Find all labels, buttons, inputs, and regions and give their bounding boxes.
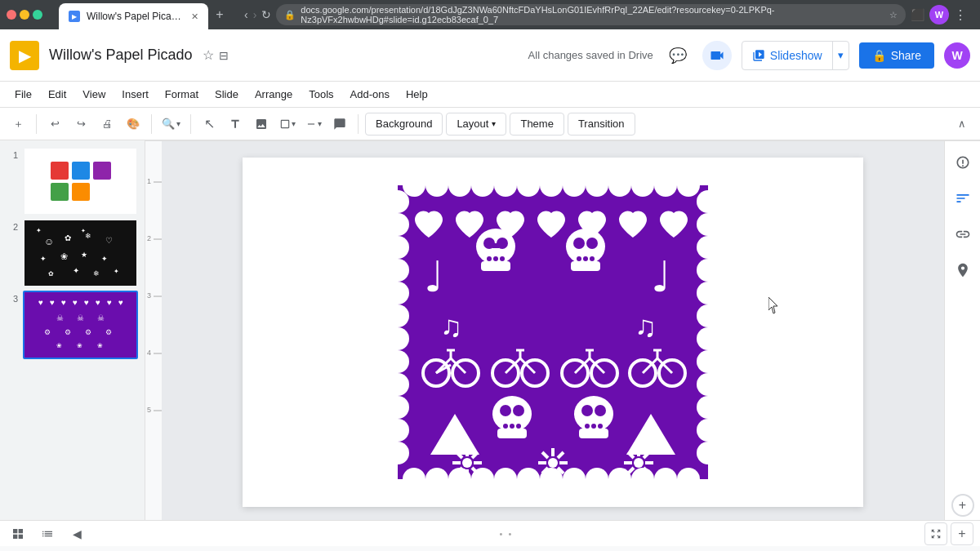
svg-point-130 — [583, 256, 588, 261]
forward-button[interactable]: › — [253, 8, 257, 21]
slideshow-button[interactable]: Slideshow ▾ — [742, 41, 849, 70]
slide-thumbnail-2[interactable]: ☺ ✿ ❄ ♡ ✦ ❀ ★ ✦ ✿ ✦ ❄ ✦ ✦ ✦ — [23, 219, 138, 287]
paint-format-button[interactable]: 🎨 — [122, 111, 145, 137]
refresh-button[interactable]: ↻ — [261, 8, 271, 21]
menu-help[interactable]: Help — [398, 82, 436, 107]
bottom-center-dots: • • — [500, 529, 514, 539]
menu-addons[interactable]: Add-ons — [342, 82, 398, 107]
window-max-btn[interactable] — [33, 10, 42, 20]
menu-tools[interactable]: Tools — [301, 82, 341, 107]
user-avatar[interactable]: W — [944, 42, 970, 69]
zoom-fit-btn[interactable] — [924, 522, 947, 545]
add-btn[interactable]: ＋ — [7, 111, 29, 137]
share-button[interactable]: 🔒 Share — [859, 42, 934, 69]
toolbar-collapse-btn[interactable]: ∧ — [951, 113, 973, 136]
expand-btn[interactable]: + — [951, 522, 973, 545]
drive-icon[interactable]: ⊟ — [219, 49, 229, 62]
slide-item-3[interactable]: 3 ♥ ♥ ♥ ♥ ♥ ♥ ♥ ♥ ☠ — [7, 291, 138, 359]
svg-text:1: 1 — [147, 177, 151, 185]
transition-button[interactable]: Transition — [568, 113, 635, 136]
menu-insert[interactable]: Insert — [114, 82, 157, 107]
canvas-area[interactable]: ♩ ♩ — [162, 141, 944, 520]
sidebar-location-btn[interactable] — [948, 256, 978, 285]
svg-point-127 — [573, 238, 585, 249]
svg-text:✦: ✦ — [40, 255, 47, 263]
svg-text:♫: ♫ — [440, 310, 462, 343]
list-view-btn[interactable] — [36, 522, 59, 545]
svg-text:☺: ☺ — [44, 236, 54, 247]
undo-button[interactable]: ↩ — [43, 111, 66, 137]
svg-point-122 — [487, 256, 492, 261]
slide-thumbnail-3[interactable]: ♥ ♥ ♥ ♥ ♥ ♥ ♥ ♥ ☠ ☠ ☠ ⚙ ⚙ — [23, 291, 138, 359]
editor-body: 1 2 3 4 5 — [145, 141, 980, 520]
svg-point-161 — [500, 405, 511, 416]
menu-edit[interactable]: Edit — [40, 82, 74, 107]
color-block-green — [51, 183, 69, 201]
share-label: Share — [891, 49, 921, 62]
sidebar-explore-btn[interactable] — [948, 148, 978, 177]
slideshow-dropdown-btn[interactable]: ▾ — [832, 42, 849, 69]
svg-text:♥: ♥ — [84, 298, 89, 307]
slide-thumbnail-1[interactable] — [23, 147, 138, 216]
back-button[interactable]: ‹ — [244, 8, 248, 21]
svg-text:♥: ♥ — [38, 298, 43, 307]
menu-bar: File Edit View Insert Format Slide Arran… — [0, 82, 980, 108]
slide-canvas[interactable]: ♩ ♩ — [243, 158, 863, 507]
background-button[interactable]: Background — [365, 113, 443, 136]
zoom-button[interactable]: 🔍 ▾ — [158, 111, 184, 137]
slide-item-2[interactable]: 2 ☺ ✿ ❄ ♡ ✦ ❀ ★ ✦ ✿ — [7, 219, 138, 287]
svg-text:✦: ✦ — [73, 266, 79, 275]
comment-button[interactable]: 💬 — [663, 41, 693, 70]
tab-close-icon[interactable]: ✕ — [191, 11, 198, 22]
slide-item-1[interactable]: 1 — [7, 147, 138, 216]
text-tool[interactable] — [224, 111, 247, 137]
menu-arrange[interactable]: Arrange — [247, 82, 301, 107]
app-bar: ▶ Willow's Papel Picado ☆ ⊟ All changes … — [0, 29, 980, 82]
sidebar-link-btn[interactable] — [948, 220, 978, 249]
bookmark-icon[interactable]: ☆ — [889, 10, 898, 20]
browser-profile-avatar[interactable]: W — [929, 5, 949, 24]
svg-text:❄: ❄ — [85, 232, 91, 240]
redo-button[interactable]: ↪ — [69, 111, 92, 137]
sidebar-add-btn[interactable]: + — [951, 494, 974, 517]
select-tool[interactable]: ↖ — [198, 111, 220, 137]
zoom-icon: 🔍 — [162, 118, 175, 130]
shapes-tool[interactable]: ▾ — [276, 111, 299, 137]
menu-file[interactable]: File — [7, 82, 40, 107]
browser-tab-active[interactable]: ▶ Willow's Papel Picado - Google S... ✕ — [59, 3, 208, 29]
slideshow-main-btn[interactable]: Slideshow — [742, 42, 832, 69]
slide2-svg: ☺ ✿ ❄ ♡ ✦ ❀ ★ ✦ ✿ ✦ ❄ ✦ ✦ ✦ — [32, 220, 130, 286]
svg-text:♩: ♩ — [651, 254, 671, 300]
window-close-btn[interactable] — [7, 10, 16, 20]
svg-point-170 — [585, 424, 590, 429]
image-tool[interactable] — [250, 111, 273, 137]
menu-format[interactable]: Format — [157, 82, 207, 107]
svg-text:♥: ♥ — [96, 298, 100, 307]
grid-view-btn[interactable] — [7, 522, 29, 545]
star-icon[interactable]: ☆ — [203, 47, 214, 63]
comment-tool[interactable] — [328, 111, 351, 137]
svg-text:☠: ☠ — [97, 313, 105, 322]
menu-view[interactable]: View — [74, 82, 114, 107]
svg-text:♥: ♥ — [73, 298, 78, 307]
doc-title[interactable]: Willow's Papel Picado — [49, 47, 193, 64]
address-bar[interactable]: 🔒 docs.google.com/presentation/d/18GdJgZ… — [276, 4, 906, 25]
sidebar-format-btn[interactable] — [948, 184, 978, 213]
layout-button[interactable]: Layout ▾ — [446, 113, 506, 136]
extensions-icon[interactable]: ⬛ — [911, 8, 924, 21]
divider1 — [36, 114, 37, 134]
line-tool[interactable]: ▾ — [302, 111, 325, 137]
meet-button[interactable] — [702, 41, 732, 70]
theme-button[interactable]: Theme — [510, 113, 564, 136]
svg-point-164 — [510, 424, 514, 429]
svg-text:❄: ❄ — [93, 269, 100, 278]
menu-slide[interactable]: Slide — [207, 82, 247, 107]
window-min-btn[interactable] — [20, 10, 29, 20]
svg-text:★: ★ — [81, 251, 87, 259]
divider2 — [151, 114, 152, 134]
new-tab-button[interactable]: + — [208, 3, 231, 26]
slide-number-1: 1 — [7, 150, 18, 160]
collapse-panel-btn[interactable]: ◀ — [65, 522, 88, 545]
print-button[interactable]: 🖨 — [96, 111, 118, 137]
browser-menu-icon[interactable]: ⋮ — [954, 7, 967, 23]
